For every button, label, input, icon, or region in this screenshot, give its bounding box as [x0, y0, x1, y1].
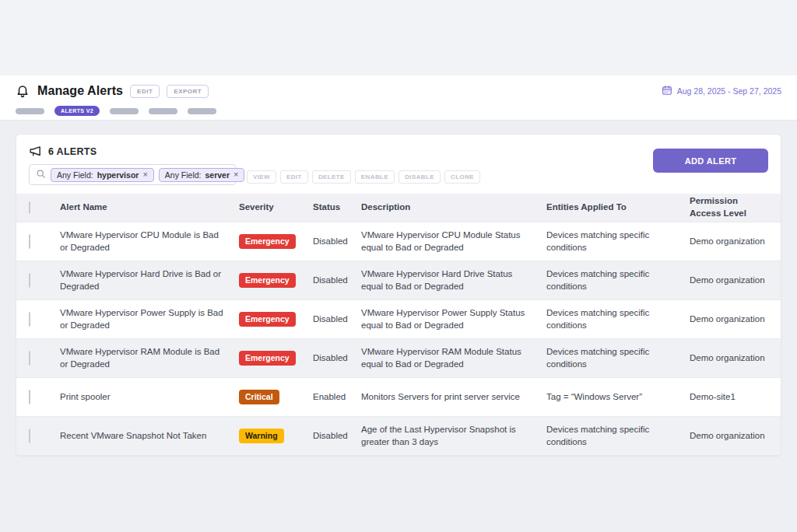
tab-placeholder-3[interactable]	[149, 108, 177, 114]
entities-cell: Devices matching specific conditions	[546, 346, 690, 370]
status-cell: Disabled	[313, 236, 361, 248]
severity-cell: Emergency	[239, 312, 313, 327]
row-checkbox[interactable]	[29, 234, 30, 249]
column-header-entities[interactable]: Entities Applied To	[546, 201, 690, 214]
app-header: Manage Alerts EDIT EXPORT Aug 28, 2025 -…	[0, 75, 797, 107]
row-checkbox[interactable]	[29, 273, 30, 288]
severity-cell: Critical	[239, 390, 313, 404]
date-range-picker[interactable]: Aug 28, 2025 - Sep 27, 2025	[662, 85, 781, 97]
status-cell: Disabled	[313, 352, 361, 365]
column-header-description[interactable]: Description	[361, 201, 546, 214]
row-checkbox[interactable]	[29, 390, 30, 404]
filter-chip-hypervisor[interactable]: Any Field: hypervisor×	[51, 168, 154, 182]
filter-chip-server[interactable]: Any Field: server×	[159, 168, 245, 182]
row-checkbox[interactable]	[29, 312, 30, 327]
add-alert-button[interactable]: ADD ALERT	[653, 149, 768, 173]
column-header-status[interactable]: Status	[313, 201, 361, 214]
table-row[interactable]: VMware Hypervisor CPU Module is Bad or D…	[16, 222, 781, 261]
filter-chips: Any Field: hypervisor×Any Field: server×	[51, 168, 244, 182]
table-row[interactable]: Print spoolerCriticalEnabledMonitors Ser…	[16, 377, 781, 416]
tab-alerts-v2[interactable]: ALERTS V2	[54, 106, 100, 116]
description-cell: VMware Hypervisor Hard Drive Status equa…	[361, 268, 546, 292]
alert-name-cell: VMware Hypervisor CPU Module is Bad or D…	[60, 229, 239, 254]
table-row[interactable]: VMware Hypervisor Power Supply is Bad or…	[16, 299, 781, 338]
filter-chip-value: server	[205, 170, 230, 180]
bulk-actions: VIEWEDITDELETEENABLEDISABLECLONE	[247, 170, 480, 185]
tab-bar: ALERTS V2	[0, 107, 797, 121]
search-input[interactable]: Any Field: hypervisor×Any Field: server×	[29, 164, 236, 185]
column-header-alert-name[interactable]: Alert Name	[60, 201, 239, 214]
row-checkbox-cell	[16, 313, 60, 327]
alert-name-cell: Recent VMware Snapshot Not Taken	[60, 430, 239, 443]
column-header-severity[interactable]: Severity	[239, 201, 313, 214]
alerts-count: 6 ALERTS	[48, 146, 97, 157]
row-checkbox-cell	[16, 274, 60, 288]
bulk-action-disable-button[interactable]: DISABLE	[398, 170, 441, 184]
severity-badge: Critical	[239, 390, 279, 404]
bulk-action-edit-button[interactable]: EDIT	[280, 170, 308, 184]
page-content: 6 ALERTS Any Field: hypervisor×Any Field…	[0, 121, 797, 456]
permission-cell: Demo organization	[690, 236, 781, 248]
row-checkbox-cell	[16, 429, 60, 443]
status-cell: Disabled	[313, 430, 361, 443]
severity-cell: Warning	[239, 429, 313, 443]
description-cell: Age of the Last Hypervisor Snapshot is g…	[361, 424, 546, 448]
alert-name-cell: Print spooler	[60, 391, 239, 404]
description-cell: VMware Hypervisor RAM Module Status equa…	[361, 346, 546, 370]
tab-placeholder-4[interactable]	[188, 108, 216, 114]
tab-placeholder-2[interactable]	[110, 108, 139, 114]
entities-cell: Devices matching specific conditions	[546, 268, 690, 292]
bulk-action-delete-button[interactable]: DELETE	[312, 170, 351, 184]
table-row[interactable]: Recent VMware Snapshot Not TakenWarningD…	[16, 416, 781, 455]
edit-button[interactable]: EDIT	[130, 85, 160, 98]
severity-cell: Emergency	[239, 234, 313, 249]
permission-cell: Demo organization	[690, 352, 781, 365]
select-all-checkbox[interactable]	[29, 201, 30, 214]
table-header: Alert Name Severity Status Description E…	[16, 194, 781, 222]
alert-name-cell: VMware Hypervisor RAM Module is Bad or D…	[60, 346, 239, 370]
alert-name-cell: VMware Hypervisor Hard Drive is Bad or D…	[60, 268, 239, 292]
row-checkbox-cell	[16, 235, 60, 249]
date-range-label: Aug 28, 2025 - Sep 27, 2025	[677, 86, 781, 96]
severity-badge: Emergency	[239, 273, 296, 288]
entities-cell: Tag = “Windows Server”	[546, 391, 690, 404]
severity-badge: Emergency	[239, 234, 296, 249]
table-row[interactable]: VMware Hypervisor RAM Module is Bad or D…	[16, 338, 781, 377]
severity-badge: Emergency	[239, 351, 296, 366]
description-cell: VMware Hypervisor Power Supply Status eq…	[361, 307, 546, 331]
row-checkbox[interactable]	[29, 429, 30, 443]
entities-cell: Devices matching specific conditions	[546, 307, 690, 331]
bell-icon	[16, 84, 30, 98]
column-header-permission[interactable]: Permission Access Level	[690, 195, 781, 219]
bulk-action-clone-button[interactable]: CLONE	[444, 170, 480, 184]
bulk-action-enable-button[interactable]: ENABLE	[355, 170, 395, 184]
page-title: Manage Alerts	[37, 84, 123, 98]
table-row[interactable]: VMware Hypervisor Hard Drive is Bad or D…	[16, 261, 781, 299]
alert-name-cell: VMware Hypervisor Power Supply is Bad or…	[60, 307, 239, 331]
search-icon	[36, 168, 46, 182]
megaphone-icon	[29, 145, 42, 158]
chip-remove-icon[interactable]: ×	[142, 170, 147, 179]
panel-toolbar: 6 ALERTS Any Field: hypervisor×Any Field…	[16, 135, 781, 194]
row-checkbox-cell	[16, 352, 60, 366]
row-checkbox[interactable]	[29, 351, 30, 366]
status-cell: Disabled	[313, 313, 361, 326]
description-cell: VMware Hypervisor CPU Module Status equa…	[361, 229, 546, 254]
severity-badge: Warning	[239, 429, 284, 443]
filter-chip-value: hypervisor	[97, 170, 139, 180]
severity-badge: Emergency	[239, 312, 296, 327]
status-cell: Disabled	[313, 275, 361, 287]
permission-cell: Demo organization	[690, 313, 781, 326]
top-band	[0, 0, 797, 75]
chip-remove-icon[interactable]: ×	[233, 170, 238, 179]
entities-cell: Devices matching specific conditions	[546, 424, 690, 448]
table-body: VMware Hypervisor CPU Module is Bad or D…	[16, 222, 781, 455]
permission-cell: Demo organization	[690, 430, 781, 443]
bulk-action-view-button[interactable]: VIEW	[247, 170, 276, 184]
tab-placeholder-0[interactable]	[16, 108, 44, 114]
alerts-panel: 6 ALERTS Any Field: hypervisor×Any Field…	[16, 134, 781, 456]
status-cell: Enabled	[313, 391, 361, 404]
export-button[interactable]: EXPORT	[167, 85, 209, 98]
severity-cell: Emergency	[239, 273, 313, 288]
filter-chip-field: Any Field:	[57, 170, 93, 180]
